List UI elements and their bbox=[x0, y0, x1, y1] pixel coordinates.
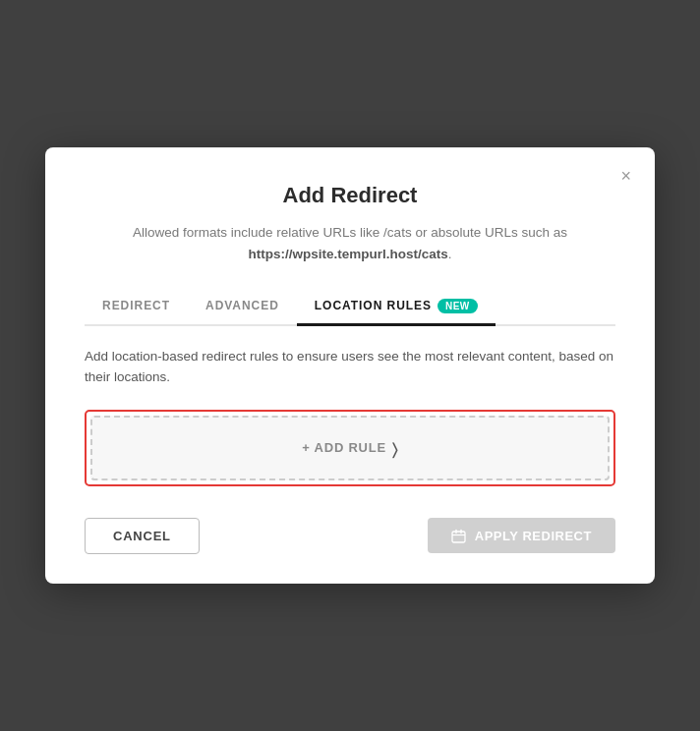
description-period: . bbox=[448, 247, 452, 261]
tab-bar: REDIRECT ADVANCED LOCATION RULESNEW bbox=[85, 289, 615, 326]
description-text-line1: Allowed formats include relative URLs li… bbox=[133, 225, 567, 240]
apply-redirect-label: APPLY REDIRECT bbox=[475, 529, 592, 543]
new-badge: NEW bbox=[438, 299, 478, 313]
apply-redirect-button[interactable]: APPLY REDIRECT bbox=[428, 518, 615, 553]
tab-location-rules[interactable]: LOCATION RULESNEW bbox=[297, 289, 496, 326]
svg-rect-0 bbox=[452, 532, 465, 542]
close-button[interactable]: × bbox=[616, 163, 635, 189]
add-rule-label: + ADD RULE bbox=[302, 440, 386, 455]
tab-location-rules-label: LOCATION RULES bbox=[315, 299, 432, 312]
modal-title: Add Redirect bbox=[85, 183, 615, 208]
modal-description: Allowed formats include relative URLs li… bbox=[85, 222, 615, 264]
cursor-icon: 〉 bbox=[392, 441, 398, 459]
description-url: https://wpsite.tempurl.host/cats bbox=[248, 247, 447, 261]
tab-redirect[interactable]: REDIRECT bbox=[85, 289, 188, 325]
add-rule-button[interactable]: + ADD RULE 〉 bbox=[90, 416, 610, 480]
modal-footer: CANCEL APPLY REDIRECT bbox=[85, 514, 615, 554]
add-redirect-modal: × Add Redirect Allowed formats include r… bbox=[45, 147, 655, 583]
add-rule-wrapper: + ADD RULE 〉 bbox=[85, 410, 615, 486]
tab-advanced[interactable]: ADVANCED bbox=[188, 289, 297, 325]
section-description: Add location-based redirect rules to ens… bbox=[85, 346, 615, 388]
cancel-button[interactable]: CANCEL bbox=[85, 518, 200, 554]
calendar-icon bbox=[451, 528, 467, 543]
